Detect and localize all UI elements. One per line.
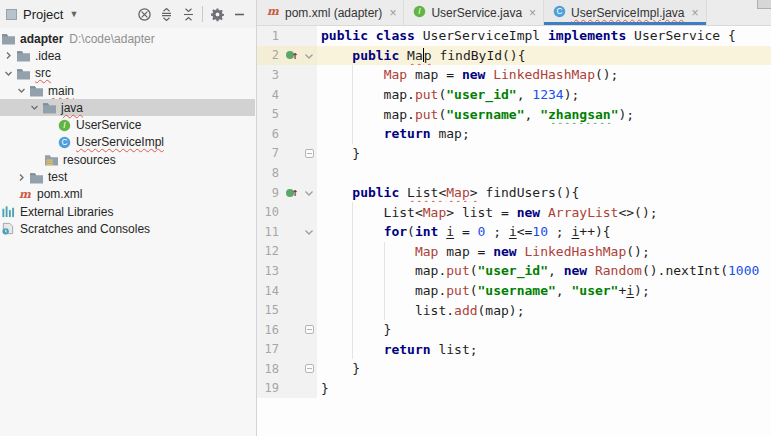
chevron-down-icon[interactable] bbox=[15, 86, 28, 95]
class-icon: C bbox=[553, 5, 566, 21]
gutter-icon-slot bbox=[283, 104, 301, 124]
fold-chevron-icon[interactable] bbox=[301, 46, 317, 66]
line-number: 10 bbox=[257, 202, 283, 222]
tree-item-label: .idea bbox=[35, 49, 61, 63]
close-icon[interactable]: × bbox=[691, 6, 698, 20]
code-line-9[interactable]: 9↑ public List<Map> findUsers(){ bbox=[257, 183, 771, 203]
indent-guide bbox=[384, 261, 385, 281]
settings-gear-icon[interactable] bbox=[206, 4, 228, 24]
code-line-1[interactable]: 1public class UserServiceImpl implements… bbox=[257, 26, 771, 46]
code-text bbox=[317, 163, 771, 183]
implementing-method-gutter-icon[interactable]: ↑ bbox=[283, 183, 301, 203]
interface-icon: I bbox=[56, 117, 72, 133]
chevron-right-icon[interactable] bbox=[15, 173, 28, 182]
collapse-all-icon[interactable] bbox=[177, 4, 199, 24]
code-line-17[interactable]: 17 return list; bbox=[257, 340, 771, 360]
code-line-13[interactable]: 13 map.put("user_id", new Random().nextI… bbox=[257, 261, 771, 281]
fold-slot bbox=[301, 261, 317, 281]
code-text: public Map findById(){ bbox=[317, 46, 771, 66]
tree-item-pom-xml[interactable]: mpom.xml bbox=[0, 186, 255, 203]
tree-item-label: src bbox=[35, 66, 51, 80]
tree-item-main[interactable]: main bbox=[0, 82, 255, 99]
svg-text:C: C bbox=[61, 137, 67, 147]
editor-tab-userserviceimpl-java[interactable]: CUserServiceImpl.java× bbox=[544, 0, 706, 25]
code-line-11[interactable]: 11 for(int i = 0 ; i<=10 ; i++){ bbox=[257, 222, 771, 242]
folder-resources-icon bbox=[43, 152, 59, 168]
indent-guide bbox=[352, 104, 353, 124]
tab-label: pom.xml (adapter) bbox=[285, 6, 382, 20]
gutter-icon-slot bbox=[283, 65, 301, 85]
tree-item-resources[interactable]: resources bbox=[0, 151, 255, 168]
chevron-down-icon[interactable] bbox=[28, 103, 41, 112]
gutter-icon-slot bbox=[283, 85, 301, 105]
folder-icon bbox=[0, 31, 16, 47]
tree-item-src[interactable]: src bbox=[0, 65, 255, 82]
fold-end-icon[interactable] bbox=[301, 359, 317, 379]
tree-item-scratches-and-consoles[interactable]: Scratches and Consoles bbox=[0, 220, 255, 237]
indent-guide bbox=[352, 242, 353, 262]
chevron-right-icon[interactable] bbox=[2, 51, 15, 60]
tree-item-userserviceimpl[interactable]: CUserServiceImpl bbox=[0, 134, 255, 151]
gutter-icon-slot bbox=[283, 124, 301, 144]
indent-guide bbox=[352, 320, 353, 340]
folder-icon bbox=[15, 65, 31, 81]
svg-text:m: m bbox=[267, 5, 279, 18]
code-line-6[interactable]: 6 return map; bbox=[257, 124, 771, 144]
tree-item-userservice[interactable]: IUserService bbox=[0, 116, 255, 133]
svg-text:m: m bbox=[19, 188, 31, 201]
locate-icon[interactable] bbox=[133, 4, 155, 24]
code-line-10[interactable]: 10 List<Map> list = new ArrayList<>(); bbox=[257, 202, 771, 222]
chevron-down-icon[interactable] bbox=[2, 69, 15, 78]
code-line-15[interactable]: 15 list.add(map); bbox=[257, 300, 771, 320]
tree-item-adapter[interactable]: adapterD:\code\adapter bbox=[0, 30, 255, 47]
close-icon[interactable]: × bbox=[529, 6, 536, 20]
code-editor[interactable]: 1public class UserServiceImpl implements… bbox=[257, 26, 771, 436]
code-line-7[interactable]: 7 } bbox=[257, 144, 771, 164]
indent-guide bbox=[352, 85, 353, 105]
gutter-icon-slot bbox=[283, 281, 301, 301]
indent-guide bbox=[352, 300, 353, 320]
code-text: } bbox=[317, 144, 771, 164]
line-number: 2 bbox=[257, 46, 283, 66]
editor-tab-userservice-java[interactable]: IUserService.java× bbox=[404, 0, 544, 25]
tree-item-label: Scratches and Consoles bbox=[20, 222, 150, 236]
code-line-2[interactable]: 2↑ public Map findById(){ bbox=[257, 46, 771, 66]
panel-title[interactable]: Project bbox=[23, 7, 63, 22]
fold-slot bbox=[301, 26, 317, 46]
chevron-down-icon[interactable]: ▼ bbox=[69, 9, 78, 19]
folder-icon bbox=[28, 83, 44, 99]
tree-item-label: test bbox=[48, 170, 67, 184]
implementing-method-gutter-icon[interactable]: ↑ bbox=[283, 46, 301, 66]
gutter-icon-slot bbox=[283, 26, 301, 46]
line-number: 18 bbox=[257, 359, 283, 379]
code-line-8[interactable]: 8 bbox=[257, 163, 771, 183]
line-number: 17 bbox=[257, 340, 283, 360]
code-line-16[interactable]: 16 } bbox=[257, 320, 771, 340]
tree-item-test[interactable]: test bbox=[0, 168, 255, 185]
line-number: 14 bbox=[257, 281, 283, 301]
line-number: 12 bbox=[257, 242, 283, 262]
fold-chevron-icon[interactable] bbox=[301, 222, 317, 242]
code-line-19[interactable]: 19} bbox=[257, 379, 771, 399]
fold-end-icon[interactable] bbox=[301, 144, 317, 164]
indent-guide bbox=[352, 261, 353, 281]
code-line-4[interactable]: 4 map.put("user_id", 1234); bbox=[257, 85, 771, 105]
tree-item-external-libraries[interactable]: External Libraries bbox=[0, 203, 255, 220]
fold-chevron-icon[interactable] bbox=[301, 183, 317, 203]
gutter-icon-slot bbox=[283, 340, 301, 360]
hide-panel-icon[interactable] bbox=[228, 4, 250, 24]
code-line-3[interactable]: 3 Map map = new LinkedHashMap(); bbox=[257, 65, 771, 85]
code-line-5[interactable]: 5 map.put("username", "zhangsan"); bbox=[257, 104, 771, 124]
code-line-18[interactable]: 18 } bbox=[257, 359, 771, 379]
close-icon[interactable]: × bbox=[389, 6, 396, 20]
code-line-14[interactable]: 14 map.put("username", "user"+i); bbox=[257, 281, 771, 301]
line-number: 6 bbox=[257, 124, 283, 144]
tree-item-java[interactable]: java bbox=[0, 99, 255, 116]
line-number: 11 bbox=[257, 222, 283, 242]
tree-item--idea[interactable]: .idea bbox=[0, 47, 255, 64]
fold-end-icon[interactable] bbox=[301, 320, 317, 340]
code-text: map.put("user_id", 1234); bbox=[317, 85, 771, 105]
editor-tab-pom-xml-adapter-[interactable]: mpom.xml (adapter)× bbox=[257, 0, 404, 25]
code-line-12[interactable]: 12 Map map = new LinkedHashMap(); bbox=[257, 242, 771, 262]
expand-all-icon[interactable] bbox=[155, 4, 177, 24]
